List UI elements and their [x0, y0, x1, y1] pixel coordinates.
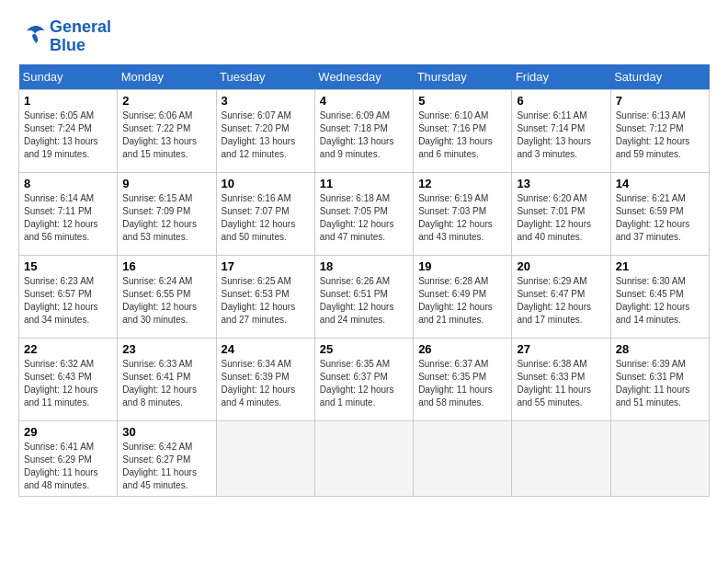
day-number: 8 [24, 177, 112, 190]
day-info: Sunrise: 6:29 AM Sunset: 6:47 PM Dayligh… [517, 275, 605, 327]
calendar-cell: 29 Sunrise: 6:41 AM Sunset: 6:29 PM Dayl… [19, 420, 118, 496]
day-info: Sunrise: 6:38 AM Sunset: 6:33 PM Dayligh… [517, 358, 605, 409]
day-header-thursday: Thursday [414, 64, 512, 90]
day-number: 18 [320, 259, 408, 273]
calendar-cell: 12 Sunrise: 6:19 AM Sunset: 7:03 PM Dayl… [414, 172, 512, 255]
day-number: 10 [222, 177, 310, 190]
day-number: 23 [122, 342, 210, 356]
page-header: General Blue [18, 18, 710, 55]
calendar-cell: 6 Sunrise: 6:11 AM Sunset: 7:14 PM Dayli… [512, 89, 610, 172]
calendar-cell: 7 Sunrise: 6:13 AM Sunset: 7:12 PM Dayli… [610, 89, 709, 172]
calendar-cell: 16 Sunrise: 6:24 AM Sunset: 6:55 PM Dayl… [118, 255, 216, 338]
day-number: 15 [24, 259, 112, 273]
calendar-cell: 3 Sunrise: 6:07 AM Sunset: 7:20 PM Dayli… [216, 89, 314, 172]
day-info: Sunrise: 6:30 AM Sunset: 6:45 PM Dayligh… [616, 275, 704, 327]
calendar-cell: 10 Sunrise: 6:16 AM Sunset: 7:07 PM Dayl… [216, 172, 314, 255]
calendar-cell: 18 Sunrise: 6:26 AM Sunset: 6:51 PM Dayl… [314, 255, 413, 338]
day-number: 12 [418, 177, 506, 190]
day-info: Sunrise: 6:37 AM Sunset: 6:35 PM Dayligh… [418, 358, 506, 409]
day-info: Sunrise: 6:41 AM Sunset: 6:29 PM Dayligh… [24, 441, 112, 492]
day-header-sunday: Sunday [19, 64, 118, 90]
calendar-cell [414, 420, 512, 496]
day-info: Sunrise: 6:19 AM Sunset: 7:03 PM Dayligh… [418, 192, 506, 244]
day-number: 2 [122, 94, 210, 108]
day-header-monday: Monday [118, 64, 216, 90]
day-info: Sunrise: 6:18 AM Sunset: 7:05 PM Dayligh… [320, 192, 408, 244]
day-info: Sunrise: 6:39 AM Sunset: 6:31 PM Dayligh… [616, 358, 704, 409]
day-info: Sunrise: 6:06 AM Sunset: 7:22 PM Dayligh… [122, 109, 210, 161]
day-info: Sunrise: 6:16 AM Sunset: 7:07 PM Dayligh… [222, 192, 310, 244]
day-info: Sunrise: 6:10 AM Sunset: 7:16 PM Dayligh… [418, 109, 506, 161]
day-number: 17 [222, 259, 310, 273]
week-row-1: 1 Sunrise: 6:05 AM Sunset: 7:24 PM Dayli… [19, 89, 710, 172]
calendar-cell: 2 Sunrise: 6:06 AM Sunset: 7:22 PM Dayli… [118, 89, 216, 172]
day-header-wednesday: Wednesday [314, 64, 413, 90]
day-number: 11 [320, 177, 408, 190]
calendar-cell: 24 Sunrise: 6:34 AM Sunset: 6:39 PM Dayl… [216, 338, 314, 420]
day-header-tuesday: Tuesday [216, 64, 314, 90]
day-info: Sunrise: 6:23 AM Sunset: 6:57 PM Dayligh… [24, 275, 112, 327]
day-number: 25 [320, 342, 408, 356]
calendar-cell: 5 Sunrise: 6:10 AM Sunset: 7:16 PM Dayli… [414, 89, 512, 172]
calendar-cell: 28 Sunrise: 6:39 AM Sunset: 6:31 PM Dayl… [610, 338, 709, 420]
day-number: 6 [517, 94, 605, 108]
calendar-cell: 8 Sunrise: 6:14 AM Sunset: 7:11 PM Dayli… [19, 172, 118, 255]
logo-text: General Blue [50, 18, 111, 55]
day-info: Sunrise: 6:32 AM Sunset: 6:43 PM Dayligh… [24, 358, 112, 409]
calendar-cell: 1 Sunrise: 6:05 AM Sunset: 7:24 PM Dayli… [19, 89, 118, 172]
day-number: 19 [418, 259, 506, 273]
calendar-cell: 20 Sunrise: 6:29 AM Sunset: 6:47 PM Dayl… [512, 255, 610, 338]
calendar-cell: 9 Sunrise: 6:15 AM Sunset: 7:09 PM Dayli… [118, 172, 216, 255]
day-number: 30 [122, 425, 210, 439]
day-info: Sunrise: 6:07 AM Sunset: 7:20 PM Dayligh… [222, 109, 310, 161]
day-info: Sunrise: 6:20 AM Sunset: 7:01 PM Dayligh… [517, 192, 605, 244]
header-row: SundayMondayTuesdayWednesdayThursdayFrid… [19, 64, 710, 90]
calendar-cell: 23 Sunrise: 6:33 AM Sunset: 6:41 PM Dayl… [118, 338, 216, 420]
day-number: 5 [418, 94, 506, 108]
day-info: Sunrise: 6:15 AM Sunset: 7:09 PM Dayligh… [122, 192, 210, 244]
week-row-3: 15 Sunrise: 6:23 AM Sunset: 6:57 PM Dayl… [19, 255, 710, 338]
day-number: 13 [517, 177, 605, 190]
calendar-cell: 17 Sunrise: 6:25 AM Sunset: 6:53 PM Dayl… [216, 255, 314, 338]
day-info: Sunrise: 6:24 AM Sunset: 6:55 PM Dayligh… [122, 275, 210, 327]
day-number: 1 [24, 94, 112, 108]
day-info: Sunrise: 6:05 AM Sunset: 7:24 PM Dayligh… [24, 109, 112, 161]
day-number: 21 [616, 259, 704, 273]
calendar-cell [512, 420, 610, 496]
logo-icon [18, 21, 46, 49]
day-number: 24 [222, 342, 310, 356]
day-info: Sunrise: 6:13 AM Sunset: 7:12 PM Dayligh… [616, 109, 704, 161]
calendar-cell: 13 Sunrise: 6:20 AM Sunset: 7:01 PM Dayl… [512, 172, 610, 255]
day-number: 16 [122, 259, 210, 273]
day-info: Sunrise: 6:34 AM Sunset: 6:39 PM Dayligh… [222, 358, 310, 409]
day-number: 7 [616, 94, 704, 108]
day-number: 22 [24, 342, 112, 356]
calendar-cell [610, 420, 709, 496]
day-info: Sunrise: 6:33 AM Sunset: 6:41 PM Dayligh… [122, 358, 210, 409]
calendar-cell: 22 Sunrise: 6:32 AM Sunset: 6:43 PM Dayl… [19, 338, 118, 420]
day-number: 29 [24, 425, 112, 439]
week-row-2: 8 Sunrise: 6:14 AM Sunset: 7:11 PM Dayli… [19, 172, 710, 255]
day-number: 9 [122, 177, 210, 190]
calendar-cell: 19 Sunrise: 6:28 AM Sunset: 6:49 PM Dayl… [414, 255, 512, 338]
day-number: 20 [517, 259, 605, 273]
calendar-cell [314, 420, 413, 496]
day-number: 14 [616, 177, 704, 190]
calendar-cell: 26 Sunrise: 6:37 AM Sunset: 6:35 PM Dayl… [414, 338, 512, 420]
day-number: 4 [320, 94, 408, 108]
day-info: Sunrise: 6:14 AM Sunset: 7:11 PM Dayligh… [24, 192, 112, 244]
day-header-friday: Friday [512, 64, 610, 90]
calendar-cell: 30 Sunrise: 6:42 AM Sunset: 6:27 PM Dayl… [118, 420, 216, 496]
calendar-cell: 15 Sunrise: 6:23 AM Sunset: 6:57 PM Dayl… [19, 255, 118, 338]
logo: General Blue [18, 18, 111, 55]
week-row-4: 22 Sunrise: 6:32 AM Sunset: 6:43 PM Dayl… [19, 338, 710, 420]
day-number: 26 [418, 342, 506, 356]
week-row-5: 29 Sunrise: 6:41 AM Sunset: 6:29 PM Dayl… [19, 420, 710, 496]
day-header-saturday: Saturday [610, 64, 709, 90]
calendar-cell: 27 Sunrise: 6:38 AM Sunset: 6:33 PM Dayl… [512, 338, 610, 420]
day-info: Sunrise: 6:09 AM Sunset: 7:18 PM Dayligh… [320, 109, 408, 161]
calendar-table: SundayMondayTuesdayWednesdayThursdayFrid… [18, 64, 710, 497]
day-info: Sunrise: 6:11 AM Sunset: 7:14 PM Dayligh… [517, 109, 605, 161]
calendar-cell [216, 420, 314, 496]
day-info: Sunrise: 6:21 AM Sunset: 6:59 PM Dayligh… [616, 192, 704, 244]
